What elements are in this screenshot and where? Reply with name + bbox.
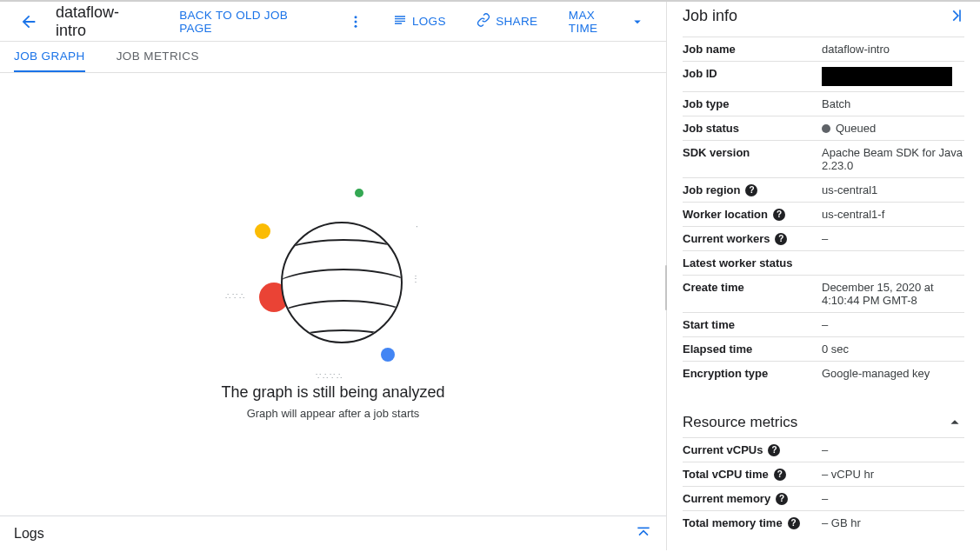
help-icon[interactable]: ? <box>775 233 787 245</box>
value-job-type: Batch <box>822 97 964 110</box>
row-total-vcpu-time: Total vCPU time ? – vCPU hr <box>683 462 964 486</box>
help-icon[interactable]: ? <box>768 444 780 456</box>
label-total-memory-time: Total memory time <box>683 516 783 529</box>
row-sdk-version: SDK version Apache Beam SDK for Java 2.2… <box>683 140 964 177</box>
logs-bar[interactable]: Logs <box>0 515 666 550</box>
max-time-label: MAX TIME <box>569 9 624 35</box>
value-total-memory-time: – GB hr <box>822 516 964 529</box>
label-sdk-version: SDK version <box>683 146 822 159</box>
value-job-id-redacted <box>822 67 952 86</box>
logs-expand-icon[interactable] <box>635 525 652 542</box>
max-time-dropdown[interactable]: MAX TIME <box>562 3 652 40</box>
tab-job-graph[interactable]: JOB GRAPH <box>14 42 85 72</box>
help-icon[interactable]: ? <box>776 493 788 505</box>
share-label: SHARE <box>496 15 537 28</box>
label-worker-location: Worker location <box>683 208 768 221</box>
value-job-region: us-central1 <box>822 183 964 196</box>
row-current-memory: Current memory ? – <box>683 486 964 510</box>
share-button[interactable]: SHARE <box>470 8 544 35</box>
row-job-name: Job name dataflow-intro <box>683 37 964 61</box>
label-create-time: Create time <box>683 281 822 294</box>
logs-bar-title: Logs <box>14 526 44 542</box>
label-elapsed-time: Elapsed time <box>683 343 822 356</box>
share-icon <box>477 13 490 30</box>
value-encryption-type: Google-managed key <box>822 367 964 380</box>
value-current-vcpus: – <box>822 443 964 456</box>
value-start-time: – <box>822 318 964 331</box>
label-total-vcpu-time: Total vCPU time <box>683 468 769 481</box>
value-worker-location: us-central1-f <box>822 208 964 221</box>
back-to-old-link[interactable]: BACK TO OLD JOB PAGE <box>172 3 326 40</box>
side-panel-header: Job info <box>667 2 980 30</box>
row-job-region: Job region ? us-central1 <box>683 177 964 202</box>
label-job-name: Job name <box>683 43 822 56</box>
resource-metrics-toggle[interactable]: Resource metrics <box>683 413 964 432</box>
label-job-status: Job status <box>683 122 822 135</box>
svg-point-1 <box>355 20 357 23</box>
scroll-indicator <box>665 265 667 310</box>
value-elapsed-time: 0 sec <box>822 343 964 356</box>
label-job-type: Job type <box>683 97 822 110</box>
row-create-time: Create time December 15, 2020 at 4:10:44… <box>683 275 964 312</box>
row-worker-location: Worker location ? us-central1-f <box>683 202 964 226</box>
tab-bar: JOB GRAPH JOB METRICS <box>0 42 666 73</box>
label-job-id: Job ID <box>683 67 822 80</box>
chevron-up-icon <box>945 413 964 432</box>
row-current-vcpus: Current vCPUs ? – <box>683 437 964 462</box>
row-total-memory-time: Total memory time ? – GB hr <box>683 510 964 535</box>
placeholder-illustration: ∴∵∴ · ∵∴∵∴ ⋮ <box>229 170 437 378</box>
label-start-time: Start time <box>683 318 822 331</box>
row-latest-worker-status: Latest worker status <box>683 250 964 275</box>
logs-label: LOGS <box>412 15 446 28</box>
graph-placeholder-title: The graph is still being analyzed <box>221 383 444 402</box>
row-current-workers: Current workers ? – <box>683 226 964 250</box>
value-create-time: December 15, 2020 at 4:10:44 PM GMT-8 <box>822 281 964 307</box>
value-total-vcpu-time: – vCPU hr <box>822 468 964 481</box>
collapse-panel-icon[interactable] <box>947 7 964 24</box>
back-arrow-icon[interactable] <box>14 7 43 37</box>
value-sdk-version: Apache Beam SDK for Java 2.23.0 <box>822 146 964 172</box>
svg-point-0 <box>355 16 357 18</box>
help-icon[interactable]: ? <box>774 469 786 481</box>
label-latest-worker-status: Latest worker status <box>683 256 822 269</box>
value-current-workers: – <box>822 232 964 245</box>
overflow-menu-icon[interactable] <box>343 9 369 35</box>
tab-job-metrics[interactable]: JOB METRICS <box>117 42 199 72</box>
resource-metrics-title: Resource metrics <box>683 414 797 431</box>
label-current-vcpus: Current vCPUs <box>683 443 763 456</box>
logs-button[interactable]: LOGS <box>386 8 453 35</box>
side-panel-title: Job info <box>683 7 737 25</box>
row-job-status: Job status Queued <box>683 116 964 140</box>
main-panel: dataflow-intro BACK TO OLD JOB PAGE LOGS… <box>0 2 667 550</box>
row-encryption-type: Encryption type Google-managed key <box>683 361 964 385</box>
logs-icon <box>393 13 407 30</box>
svg-point-2 <box>355 24 357 27</box>
help-icon[interactable]: ? <box>773 209 785 221</box>
help-icon[interactable]: ? <box>745 184 757 196</box>
value-job-status: Queued <box>836 122 876 135</box>
row-job-id: Job ID <box>683 61 964 91</box>
value-current-memory: – <box>822 492 964 505</box>
page-title: dataflow-intro <box>56 3 146 40</box>
topbar: dataflow-intro BACK TO OLD JOB PAGE LOGS… <box>0 2 666 42</box>
row-elapsed-time: Elapsed time 0 sec <box>683 336 964 361</box>
help-icon[interactable]: ? <box>788 517 800 529</box>
status-dot-icon <box>822 124 830 133</box>
label-job-region: Job region <box>683 183 740 196</box>
chevron-down-icon <box>630 14 645 30</box>
label-current-memory: Current memory <box>683 492 770 505</box>
side-panel: Job info Job name dataflow-intro Job ID … <box>667 2 980 550</box>
graph-area: ∴∵∴ · ∵∴∵∴ ⋮ The graph is still being an… <box>0 73 666 515</box>
label-encryption-type: Encryption type <box>683 367 822 380</box>
row-job-type: Job type Batch <box>683 91 964 116</box>
row-start-time: Start time – <box>683 312 964 336</box>
graph-placeholder-subtitle: Graph will appear after a job starts <box>247 407 420 420</box>
svg-rect-3 <box>959 10 961 21</box>
label-current-workers: Current workers <box>683 232 770 245</box>
value-job-name: dataflow-intro <box>822 43 964 56</box>
